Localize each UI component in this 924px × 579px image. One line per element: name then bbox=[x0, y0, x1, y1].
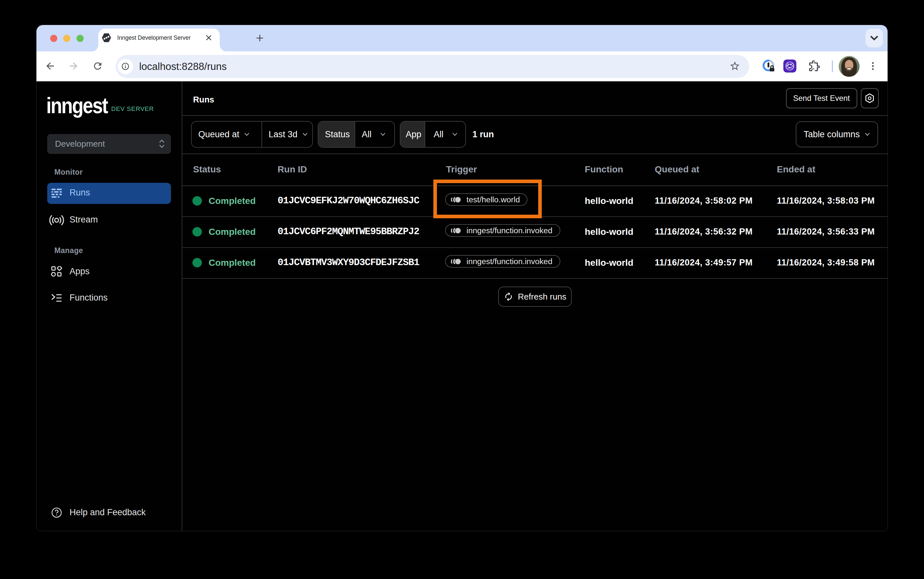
svg-text:inngest: inngest bbox=[47, 93, 108, 118]
